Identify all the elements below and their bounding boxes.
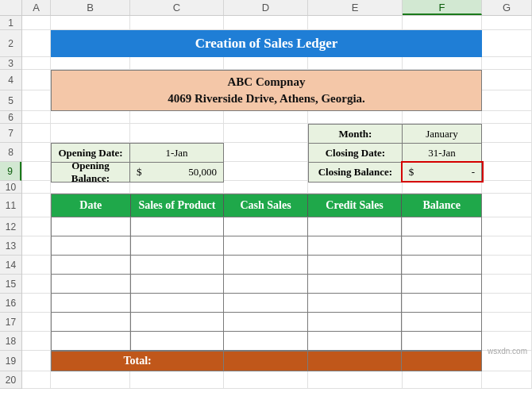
cell[interactable] (308, 57, 403, 70)
cell[interactable] (482, 181, 532, 194)
cell[interactable] (22, 181, 51, 194)
cell[interactable] (482, 143, 532, 162)
cell[interactable] (308, 16, 403, 30)
row-header-12[interactable]: 12 (0, 217, 21, 236)
total-credit-sales[interactable] (308, 352, 403, 371)
ledger-cell[interactable] (224, 332, 308, 351)
ledger-cell[interactable] (308, 294, 403, 313)
cell[interactable] (130, 371, 224, 389)
cell[interactable] (22, 90, 51, 111)
ledger-cell[interactable] (131, 236, 225, 256)
ledger-cell[interactable] (52, 217, 131, 236)
cell[interactable] (22, 70, 51, 90)
row-header-3[interactable]: 3 (0, 57, 21, 70)
cell[interactable] (403, 181, 482, 194)
cell[interactable] (482, 294, 532, 313)
ledger-cell[interactable] (131, 332, 225, 351)
ledger-cell[interactable] (224, 236, 308, 256)
cell[interactable] (22, 217, 51, 236)
row-header-14[interactable]: 14 (0, 256, 21, 275)
cell[interactable] (22, 16, 51, 30)
col-header-B[interactable]: B (51, 0, 130, 15)
cell[interactable] (482, 57, 532, 70)
cell[interactable] (22, 57, 51, 70)
row-header-7[interactable]: 7 (0, 124, 21, 143)
cell[interactable] (482, 217, 532, 236)
cell[interactable] (224, 143, 308, 162)
ledger-cell[interactable] (308, 332, 403, 351)
col-header-G[interactable]: G (482, 0, 532, 15)
ledger-cell[interactable] (131, 275, 225, 294)
cell[interactable] (482, 70, 532, 90)
cell[interactable] (224, 162, 308, 181)
cell[interactable] (22, 236, 51, 256)
ledger-cell[interactable] (402, 236, 481, 256)
cell[interactable] (130, 124, 224, 143)
row-header-5[interactable]: 5 (0, 90, 21, 111)
cell[interactable] (482, 275, 532, 294)
ledger-cell[interactable] (224, 217, 308, 236)
ledger-cell[interactable] (131, 313, 225, 332)
cell[interactable] (482, 256, 532, 275)
col-header-C[interactable]: C (130, 0, 224, 15)
ledger-cell[interactable] (52, 332, 131, 351)
cell[interactable] (22, 143, 51, 162)
opening-balance-value[interactable]: $ 50,000 (130, 163, 223, 182)
ledger-cell[interactable] (402, 332, 481, 351)
row-header-1[interactable]: 1 (0, 16, 21, 30)
ledger-cell[interactable] (308, 236, 403, 256)
row-header-13[interactable]: 13 (0, 236, 21, 256)
ledger-cell[interactable] (131, 217, 225, 236)
cell[interactable] (51, 371, 130, 389)
ledger-cell[interactable] (131, 294, 225, 313)
cell[interactable] (482, 124, 532, 143)
ledger-cell[interactable] (224, 313, 308, 332)
cell[interactable] (51, 57, 130, 70)
ledger-cell[interactable] (308, 313, 403, 332)
cell[interactable] (22, 332, 51, 351)
cell[interactable] (130, 111, 224, 124)
cell[interactable] (22, 194, 51, 217)
cell[interactable] (482, 371, 532, 389)
cell[interactable] (308, 371, 403, 389)
col-header-D[interactable]: D (224, 0, 308, 15)
cell[interactable] (224, 181, 308, 194)
total-cash-sales[interactable] (224, 352, 308, 371)
cell[interactable] (51, 124, 130, 143)
row-header-11[interactable]: 11 (0, 194, 21, 217)
cell[interactable] (224, 16, 308, 30)
ledger-cell[interactable] (224, 275, 308, 294)
row-header-18[interactable]: 18 (0, 332, 21, 351)
cell[interactable] (482, 236, 532, 256)
cell[interactable] (22, 111, 51, 124)
ledger-cell[interactable] (131, 256, 225, 275)
cell[interactable] (482, 16, 532, 30)
cell[interactable] (403, 111, 482, 124)
ledger-cell[interactable] (402, 217, 481, 236)
cell[interactable] (224, 371, 308, 389)
closing-date-value[interactable]: 31-Jan (403, 144, 481, 162)
row-header-15[interactable]: 15 (0, 275, 21, 294)
col-header-F[interactable]: F (403, 0, 482, 15)
col-header-A[interactable]: A (22, 0, 51, 15)
cell[interactable] (22, 275, 51, 294)
cell[interactable] (130, 181, 224, 194)
cell[interactable] (224, 111, 308, 124)
cell[interactable] (22, 30, 51, 57)
cell[interactable] (403, 57, 482, 70)
cell[interactable] (482, 162, 532, 181)
ledger-cell[interactable] (52, 313, 131, 332)
row-header-4[interactable]: 4 (0, 70, 21, 90)
cell[interactable] (482, 313, 532, 332)
cell[interactable] (308, 181, 403, 194)
ledger-cell[interactable] (52, 236, 131, 256)
row-header-19[interactable]: 19 (0, 351, 21, 371)
cell[interactable] (22, 294, 51, 313)
ledger-cell[interactable] (402, 313, 481, 332)
total-balance[interactable] (402, 352, 481, 371)
ledger-cell[interactable] (402, 294, 481, 313)
ledger-cell[interactable] (308, 275, 403, 294)
ledger-cell[interactable] (224, 256, 308, 275)
cell[interactable] (51, 16, 130, 30)
ledger-cell[interactable] (308, 217, 403, 236)
